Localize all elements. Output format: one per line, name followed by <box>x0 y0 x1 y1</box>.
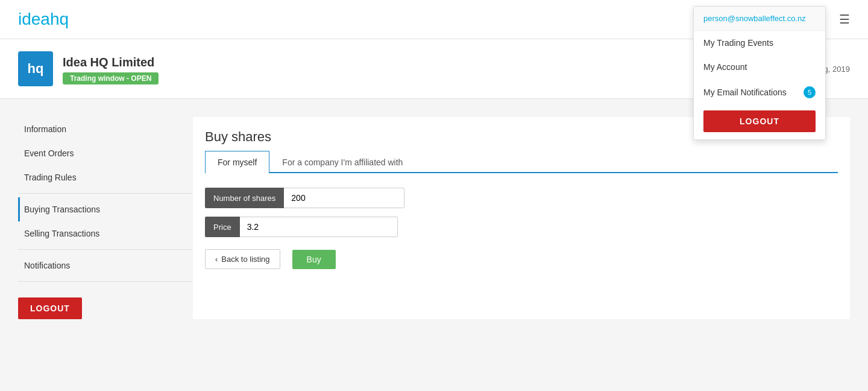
user-dropdown: person@snowballeffect.co.nz My Trading E… <box>693 6 826 140</box>
trading-window-badge: Trading window - OPEN <box>63 72 159 84</box>
tab-myself-label: For myself <box>218 157 257 167</box>
shares-input[interactable] <box>284 188 404 208</box>
company-details: Idea HQ Limited Trading window - OPEN <box>63 56 159 83</box>
sidebar: Information Event Orders Trading Rules B… <box>18 117 193 319</box>
shares-label: Number of shares <box>213 194 275 203</box>
event-orders-label: Event Orders <box>24 148 74 158</box>
company-logo-abbr: hq <box>28 61 44 77</box>
information-label: Information <box>24 124 66 134</box>
my-email-notifications-label: My Email Notifications <box>703 87 787 97</box>
dropdown-my-email-notifications[interactable]: My Email Notifications 5 <box>694 79 825 106</box>
back-label: Back to listing <box>221 255 269 264</box>
dropdown-email-header: person@snowballeffect.co.nz <box>694 7 825 31</box>
selling-transactions-label: Selling Transactions <box>24 229 99 238</box>
tab-for-company[interactable]: For a company I'm affiliated with <box>269 151 415 173</box>
shares-label-box: Number of shares <box>205 188 284 208</box>
price-label-box: Price <box>205 217 240 237</box>
company-info: hq Idea HQ Limited Trading window - OPEN <box>18 51 159 86</box>
notifications-badge: 5 <box>804 86 816 98</box>
back-to-listing-button[interactable]: ‹ Back to listing <box>205 249 280 269</box>
price-label: Price <box>213 223 231 232</box>
buying-transactions-label: Buying Transactions <box>24 205 100 214</box>
sidebar-divider-1 <box>18 193 193 194</box>
sidebar-divider-3 <box>18 281 193 282</box>
content-area: Buy shares For myself For a company I'm … <box>193 117 850 319</box>
logo: ideahq <box>18 10 69 29</box>
shares-input-group: Number of shares <box>205 188 398 208</box>
dropdown-email-text: person@snowballeffect.co.nz <box>703 14 806 23</box>
date-text: , 2019 <box>828 65 850 74</box>
sidebar-item-buying-transactions[interactable]: Buying Transactions <box>18 197 193 221</box>
buy-button[interactable]: Buy <box>292 250 336 269</box>
form-actions: ‹ Back to listing Buy <box>205 249 838 269</box>
sidebar-item-information[interactable]: Information <box>18 117 193 141</box>
my-trading-events-label: My Trading Events <box>703 38 773 48</box>
sidebar-item-trading-rules[interactable]: Trading Rules <box>18 165 193 189</box>
logo-text: ideahq <box>18 10 69 29</box>
tabs: For myself For a company I'm affiliated … <box>205 151 838 173</box>
sidebar-logout-button[interactable]: LOGOUT <box>18 297 82 319</box>
trading-rules-label: Trading Rules <box>24 173 77 182</box>
sidebar-item-selling-transactions[interactable]: Selling Transactions <box>18 221 193 246</box>
back-arrow-icon: ‹ <box>215 255 218 264</box>
dropdown-logout-button[interactable]: LOGOUT <box>703 110 816 132</box>
dropdown-my-account[interactable]: My Account <box>694 55 825 79</box>
header: ideahq person@snowballeffect.co.nz ▼ ☰ p… <box>0 0 868 39</box>
company-name: Idea HQ Limited <box>63 56 159 69</box>
hamburger-menu-icon[interactable]: ☰ <box>839 12 850 27</box>
dropdown-my-trading-events[interactable]: My Trading Events <box>694 31 825 55</box>
tab-company-label: For a company I'm affiliated with <box>282 157 403 167</box>
notifications-label: Notifications <box>24 261 70 270</box>
my-account-label: My Account <box>703 62 747 72</box>
sidebar-item-event-orders[interactable]: Event Orders <box>18 141 193 165</box>
logo-hq: hq <box>50 10 69 28</box>
sidebar-item-notifications[interactable]: Notifications <box>18 253 193 278</box>
company-logo: hq <box>18 51 53 86</box>
sidebar-divider-2 <box>18 249 193 250</box>
tab-for-myself[interactable]: For myself <box>205 151 269 173</box>
price-input-group: Price <box>205 217 398 237</box>
logo-idea: idea <box>18 10 50 28</box>
buy-form: Number of shares Price ‹ Back to listing… <box>193 173 850 284</box>
price-input[interactable] <box>240 217 398 237</box>
